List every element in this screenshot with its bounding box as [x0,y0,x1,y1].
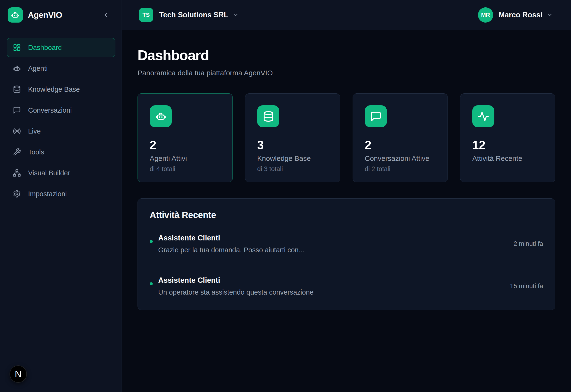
activity-panel: Attività Recente Assistente Clienti Graz… [137,198,555,310]
sidebar-item-agenti[interactable]: Agenti [7,59,115,78]
activity-texts: Assistente Clienti Un operatore sta assi… [158,276,314,296]
sidebar-nav: Dashboard Agenti Knowledge Base Conversa… [0,30,121,203]
stat-value: 3 [257,139,328,151]
stat-label: Attività Recente [472,155,543,162]
database-icon [13,85,21,93]
sidebar-item-dashboard[interactable]: Dashboard [7,38,115,57]
user-avatar: MR [478,7,493,23]
stats-row: 2 Agenti Attivi di 4 totali 3 Knowledge … [137,93,555,182]
sidebar-item-impostazioni[interactable]: Impostazioni [7,184,115,203]
user-menu[interactable]: MR Marco Rossi [478,7,553,23]
robot-icon [11,11,20,19]
sidebar-item-label: Dashboard [28,44,62,52]
chevron-down-icon [232,12,239,18]
topbar: TS Tech Solutions SRL MR Marco Rossi [122,0,571,30]
stat-label: Agenti Attivi [150,155,221,162]
sidebar-item-label: Conversazioni [28,106,72,114]
status-dot-icon [150,240,153,243]
sidebar-header: AgenVIO [0,0,121,30]
activity-panel-title: Attività Recente [150,210,543,220]
sidebar-item-label: Agenti [28,65,48,72]
sidebar-item-conversazioni[interactable]: Conversazioni [7,101,115,120]
robot-icon [150,105,172,127]
activity-message: Grazie per la tua domanda. Posso aiutart… [158,246,304,254]
dashboard-icon [13,43,21,52]
sidebar-item-label: Tools [28,148,44,156]
activity-icon [472,105,494,127]
activity-message: Un operatore sta assistendo questa conve… [158,288,314,296]
sidebar-item-knowledge-base[interactable]: Knowledge Base [7,80,115,99]
nextjs-devtools-button[interactable]: N [10,365,27,383]
gear-icon [13,190,21,198]
page-subtitle: Panoramica della tua piattaforma AgenVIO [137,69,555,77]
agenvio-logo [8,7,23,23]
database-icon [257,105,279,127]
page-title: Dashboard [137,48,555,62]
robot-icon [13,64,21,72]
sidebar-item-visual-builder[interactable]: Visual Builder [7,163,115,182]
sidebar-item-tools[interactable]: Tools [7,142,115,162]
activity-agent-name: Assistente Clienti [158,276,314,285]
sidebar-item-live[interactable]: Live [7,122,115,141]
activity-list-item[interactable]: Assistente Clienti Un operatore sta assi… [150,276,543,296]
stat-label: Conversazioni Attive [365,155,436,162]
stat-card-conversazioni-attive[interactable]: 2 Conversazioni Attive di 2 totali [353,93,448,182]
activity-texts: Assistente Clienti Grazie per la tua dom… [158,234,304,254]
stat-sub: di 2 totali [365,166,436,172]
chat-icon [365,105,387,127]
stat-card-attivita-recente[interactable]: 12 Attività Recente [460,93,555,182]
stat-value: 12 [472,139,543,151]
workflow-icon [13,169,21,177]
stat-card-agenti-attivi[interactable]: 2 Agenti Attivi di 4 totali [137,93,233,182]
chevron-down-icon [546,12,553,18]
org-avatar: TS [139,8,153,22]
nextjs-n-icon: N [15,369,22,379]
brand-title: AgenVIO [28,10,62,20]
stat-label: Knowledge Base [257,155,328,162]
activity-timestamp: 2 minuti fa [513,240,543,248]
stat-sub: di 4 totali [150,166,221,172]
activity-timestamp: 15 minuti fa [510,282,543,290]
status-dot-icon [150,282,153,285]
radio-icon [13,127,21,135]
sidebar-item-label: Knowledge Base [28,85,80,93]
stat-value: 2 [150,139,221,151]
sidebar-collapse-button[interactable] [103,12,109,18]
chat-icon [13,106,21,114]
activity-agent-name: Assistente Clienti [158,234,304,243]
activity-list-item[interactable]: Assistente Clienti Grazie per la tua dom… [150,234,543,254]
sidebar-item-label: Impostazioni [28,190,67,198]
sidebar: AgenVIO Dashboard Agenti Knowledge Base [0,0,122,392]
list-divider [150,263,543,263]
sidebar-item-label: Live [28,127,41,135]
sidebar-item-label: Visual Builder [28,169,70,177]
stat-card-knowledge-base[interactable]: 3 Knowledge Base di 3 totali [245,93,340,182]
chevron-left-icon [103,12,109,18]
wrench-icon [13,148,21,156]
stat-value: 2 [365,139,436,151]
main-content: Dashboard Panoramica della tua piattafor… [122,30,571,392]
org-selector[interactable]: TS Tech Solutions SRL [139,8,239,22]
app-root: AgenVIO Dashboard Agenti Knowledge Base [0,0,571,392]
user-name: Marco Rossi [499,11,542,19]
stat-sub: di 3 totali [257,166,328,172]
org-name: Tech Solutions SRL [159,11,228,19]
